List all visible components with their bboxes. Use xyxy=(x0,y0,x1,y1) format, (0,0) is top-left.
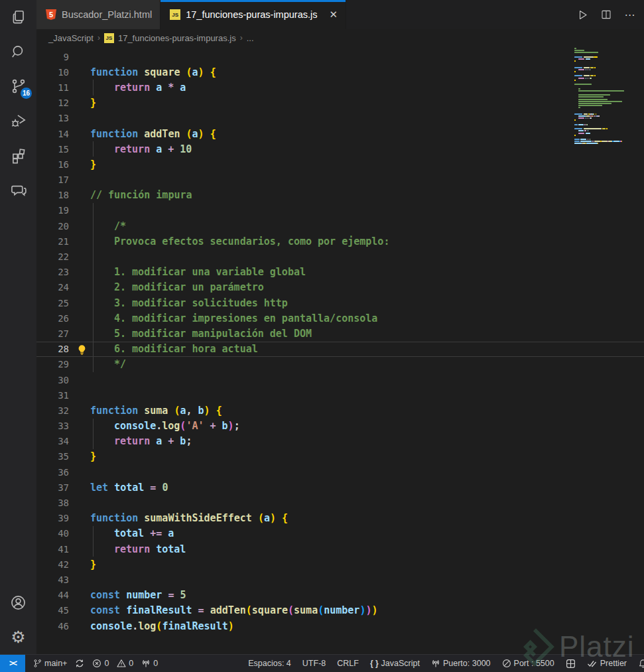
statusbar-grid[interactable] xyxy=(566,659,576,669)
line-number: 13 xyxy=(36,113,69,123)
breadcrumb-item[interactable]: _JavaScript xyxy=(48,33,94,43)
statusbar-live-server-port[interactable]: Port : 5500 xyxy=(502,659,554,668)
code-line-33[interactable]: 33console.log('A' + b); xyxy=(36,419,644,434)
code-line-24[interactable]: 242. modificar un parámetro xyxy=(36,280,644,295)
line-number: 18 xyxy=(36,190,69,200)
close-tab-icon[interactable]: ✕ xyxy=(329,9,338,21)
minimap[interactable] xyxy=(574,48,642,145)
code-line-10[interactable]: 10function square (a) { xyxy=(36,64,644,80)
line-number: 34 xyxy=(36,436,69,446)
activitybar-settings[interactable]: ⚙ xyxy=(0,620,36,654)
statusbar-label: CRLF xyxy=(337,659,359,668)
tab-17_funciones-puras-impuras.js[interactable]: JS17_funciones-puras-impuras.js✕ xyxy=(161,0,346,29)
lightbulb-icon[interactable] xyxy=(76,344,88,356)
line-number: 27 xyxy=(36,328,69,339)
code-line-13[interactable]: 13 xyxy=(36,111,644,126)
comments-icon xyxy=(10,181,27,198)
code-line-22[interactable]: 22 xyxy=(36,249,644,264)
code-line-43[interactable]: 43 xyxy=(36,572,644,587)
statusbar-eol[interactable]: CRLF xyxy=(337,659,359,668)
code-line-30[interactable]: 30 xyxy=(36,372,644,387)
code-line-27[interactable]: 275. modificar manipulación del DOM xyxy=(36,326,644,341)
code-line-41[interactable]: 41return total xyxy=(36,541,644,557)
code-line-37[interactable]: 37let total = 0 xyxy=(36,480,644,495)
code-line-40[interactable]: 40total += a xyxy=(36,526,644,541)
code-line-35[interactable]: 35} xyxy=(36,449,644,464)
code-line-39[interactable]: 39function sumaWithSideEffect (a) { xyxy=(36,511,644,526)
run-button[interactable] xyxy=(575,7,590,22)
code-line-9[interactable]: 9 xyxy=(36,49,644,64)
statusbar-encoding[interactable]: UTF-8 xyxy=(302,659,326,668)
code-line-28[interactable]: 286. modificar hora actual xyxy=(36,342,644,357)
statusbar-errors[interactable]: 0 xyxy=(92,659,109,668)
code-text: 1. modificar una variable global xyxy=(90,266,306,278)
activitybar-search[interactable] xyxy=(0,34,36,69)
statusbar-indentation[interactable]: Espacios: 4 xyxy=(248,659,291,668)
code-line-14[interactable]: 14function addTen (a) { xyxy=(36,126,644,141)
activitybar-run-debug[interactable] xyxy=(0,103,36,138)
statusbar-ports-forwarded[interactable]: 0 xyxy=(141,659,158,668)
code-line-23[interactable]: 231. modificar una variable global xyxy=(36,265,644,280)
code-line-15[interactable]: 15return a + 10 xyxy=(36,141,644,157)
code-line-44[interactable]: 44const number = 5 xyxy=(36,588,644,603)
code-line-16[interactable]: 16} xyxy=(36,157,644,172)
tab-Buscador_Platzi.html[interactable]: 5Buscador_Platzi.html xyxy=(36,0,161,29)
code-text: function sumaWithSideEffect (a) { xyxy=(90,512,288,524)
activitybar-source-control[interactable]: 16 xyxy=(0,69,36,103)
line-number: 26 xyxy=(36,313,69,324)
code-line-26[interactable]: 264. modificar impresiones en pantalla/c… xyxy=(36,310,644,326)
line-number: 21 xyxy=(36,236,69,247)
code-line-36[interactable]: 36 xyxy=(36,464,644,480)
code-line-20[interactable]: 20/* xyxy=(36,218,644,234)
statusbar-sync[interactable] xyxy=(75,659,84,668)
line-number: 14 xyxy=(36,129,69,139)
editor-actions: ⋯ xyxy=(575,0,644,29)
code-line-38[interactable]: 38 xyxy=(36,495,644,510)
code-line-46[interactable]: 46console.log(finalResult) xyxy=(36,618,644,634)
code-line-18[interactable]: 18// función impura xyxy=(36,188,644,203)
code-line-45[interactable]: 45const finalResult = addTen(square(suma… xyxy=(36,603,644,618)
code-line-32[interactable]: 32function suma (a, b) { xyxy=(36,403,644,418)
activitybar-extensions[interactable] xyxy=(0,138,36,172)
code-line-19[interactable]: 19 xyxy=(36,203,644,218)
more-icon: ⋯ xyxy=(625,9,636,21)
breadcrumb-item[interactable]: 17_funciones-puras-impuras.js xyxy=(118,33,236,43)
explorer-icon xyxy=(10,9,27,26)
line-number: 12 xyxy=(36,98,69,108)
activitybar-explorer[interactable] xyxy=(0,0,36,34)
code-line-17[interactable]: 17 xyxy=(36,172,644,188)
statusbar-prettier[interactable]: Prettier xyxy=(587,659,627,668)
statusbar-puerto[interactable]: Puerto: 3000 xyxy=(431,659,491,668)
activitybar-comments[interactable] xyxy=(0,172,36,207)
statusbar-label: 0 xyxy=(104,659,109,668)
line-number: 46 xyxy=(36,621,69,632)
breadcrumb-item[interactable]: ... xyxy=(247,33,254,43)
code-line-12[interactable]: 12} xyxy=(36,96,644,111)
editor[interactable]: 910function square (a) {11return a * a12… xyxy=(36,46,644,654)
code-line-29[interactable]: 29*/ xyxy=(36,357,644,372)
grid-icon xyxy=(566,659,576,669)
code-text: function suma (a, b) { xyxy=(90,405,222,417)
more-actions-button[interactable]: ⋯ xyxy=(623,7,637,22)
statusbar-git-branch[interactable]: main+ xyxy=(33,659,67,668)
code-line-42[interactable]: 42} xyxy=(36,557,644,572)
code-line-21[interactable]: 21Provoca efectos secundarios, como por … xyxy=(36,234,644,249)
activitybar-account[interactable] xyxy=(0,585,36,620)
code-line-34[interactable]: 34return a + b; xyxy=(36,434,644,449)
split-editor-button[interactable] xyxy=(599,7,613,22)
statusbar-warnings[interactable]: 0 xyxy=(117,659,133,668)
code-line-25[interactable]: 253. modificar solicitudes http xyxy=(36,295,644,310)
line-number: 40 xyxy=(36,528,69,539)
code-line-31[interactable]: 31 xyxy=(36,387,644,403)
statusbar-notifications[interactable] xyxy=(638,659,644,669)
code-text: return a + 10 xyxy=(90,143,192,155)
remote-indicator[interactable]: >< xyxy=(0,654,25,672)
code-line-11[interactable]: 11return a * a xyxy=(36,80,644,95)
line-number: 36 xyxy=(36,467,69,478)
statusbar-label: main+ xyxy=(44,659,67,668)
statusbar-language-mode[interactable]: { }JavaScript xyxy=(370,659,420,668)
minimap-line xyxy=(574,143,642,145)
line-number: 15 xyxy=(36,144,69,155)
line-number: 31 xyxy=(36,390,69,401)
scm-badge: 16 xyxy=(21,88,32,99)
